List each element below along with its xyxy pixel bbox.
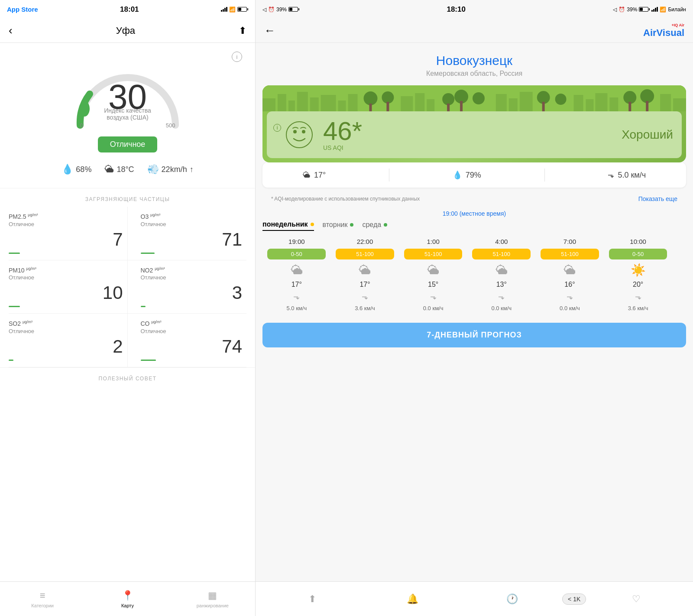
wednesday-label: среда xyxy=(362,221,381,229)
aqi-card-center: 46* US AQI xyxy=(323,118,613,151)
status-left-right: ◁ ⏰ 39% xyxy=(262,6,299,13)
svg-rect-29 xyxy=(586,99,593,111)
monday-label: понедельник xyxy=(262,220,308,228)
gauge-min: 0 xyxy=(80,122,83,129)
map-icon: 📍 xyxy=(122,590,133,601)
wind-4: 0.0 км/ч xyxy=(560,305,580,311)
city-name-right: Новокузнецк xyxy=(264,53,684,68)
forecast-col-2: 1:00 51-100 🌥 15° ⬎ 0.0 км/ч xyxy=(399,235,467,314)
weather-icon-5: ☀️ xyxy=(631,263,646,277)
show-more-button[interactable]: Показать еще xyxy=(638,195,677,202)
humidity-right: 💧 79% xyxy=(453,170,481,180)
svg-rect-26 xyxy=(542,102,545,111)
forecast-scroll: 19:00 0-50 🌥 17° ⬎ 5.0 км/ч 22:00 51-100… xyxy=(256,235,693,314)
forecast-table: 19:00 0-50 🌥 17° ⬎ 5.0 км/ч 22:00 51-100… xyxy=(262,235,686,314)
tab-ranking[interactable]: ▦ ранжирование xyxy=(170,590,255,608)
battery-pct2: 39% xyxy=(627,6,637,13)
rank-badge[interactable]: < 1K xyxy=(562,593,586,605)
aqi-badge-4: 51-100 xyxy=(541,249,599,259)
back-button-right[interactable]: ← xyxy=(264,24,275,37)
svg-rect-15 xyxy=(415,93,424,111)
tab-categories[interactable]: ≡ Категории xyxy=(0,590,85,608)
svg-rect-2 xyxy=(262,98,275,111)
cloud-icon: 🌥 xyxy=(104,164,114,175)
tab-history[interactable]: 🕐 xyxy=(462,593,562,605)
temp-4: 16° xyxy=(564,281,575,289)
battery-icon xyxy=(237,7,248,12)
wind-direction-icon: ↑ xyxy=(190,165,194,174)
iq-air-top: +IQ Air xyxy=(672,23,684,27)
pm10-quality: Отличное xyxy=(9,274,123,281)
svg-rect-8 xyxy=(338,101,346,111)
map-label: Карту xyxy=(121,603,134,608)
wind-icon: 💨 xyxy=(147,164,159,175)
so2-name: SO2 μg/m³ xyxy=(9,320,123,327)
app-store-label: App Store xyxy=(7,6,38,13)
status-bar-left: App Store 18:01 📶 xyxy=(0,0,255,19)
svg-rect-16 xyxy=(427,99,434,111)
tuesday-label: вторник xyxy=(323,221,348,229)
time-4: 7:00 xyxy=(563,238,576,245)
tab-share-right[interactable]: ⬆ xyxy=(262,593,363,605)
forecast-col-3: 4:00 51-100 🌥 13° ⬎ 0.0 км/ч xyxy=(467,235,536,314)
tab-tuesday[interactable]: вторник xyxy=(323,220,354,231)
status-right-right: ◁ ⏰ 39% 📶 Билайн xyxy=(613,6,686,13)
share-button[interactable]: ⬆ xyxy=(239,25,246,36)
temp-0: 17° xyxy=(291,281,302,289)
face-icon xyxy=(284,120,314,150)
humidity-value: 68% xyxy=(76,165,91,174)
svg-rect-31 xyxy=(609,97,618,111)
svg-rect-30 xyxy=(595,93,607,111)
temp-item: 🌥 18°C xyxy=(104,164,134,175)
svg-point-0 xyxy=(79,101,90,117)
o3-bar xyxy=(141,253,155,254)
tab-monday[interactable]: понедельник xyxy=(262,220,314,231)
tab-favorite[interactable]: ♡ xyxy=(586,593,686,605)
useful-tip-title: ПОЛЕЗНЫЙ СОВЕТ xyxy=(0,367,255,389)
tab-wednesday[interactable]: среда xyxy=(362,220,387,231)
svg-rect-9 xyxy=(348,94,358,111)
back-button-left[interactable]: ‹ xyxy=(9,24,13,37)
carrier-right: Билайн xyxy=(668,6,686,13)
svg-rect-4 xyxy=(288,101,295,111)
svg-rect-23 xyxy=(509,98,518,111)
svg-point-21 xyxy=(473,92,485,104)
left-content: i 30 Индекс качества воздуха (США) 0 500 xyxy=(0,43,255,581)
temp-1: 17° xyxy=(359,281,370,289)
co-quality: Отличное xyxy=(141,328,243,334)
wind-icon-1: ⬎ xyxy=(362,292,368,302)
forecast-col-0: 19:00 0-50 🌥 17° ⬎ 5.0 км/ч xyxy=(262,235,331,314)
forecast-col-5: 10:00 0-50 ☀️ 20° ⬎ 3.6 км/ч xyxy=(604,235,672,314)
cloud-icon-right: 🌥 xyxy=(303,171,311,180)
nav-bar-left: ‹ Уфа ⬆ xyxy=(0,19,255,43)
o3-value: 71 xyxy=(222,229,242,250)
iqair-logo: +IQ Air AirVisual xyxy=(643,23,684,39)
seven-day-button[interactable]: 7-ДНЕВНЫЙ ПРОГНОЗ xyxy=(262,323,686,347)
pm10-name: PM10 μg/m³ xyxy=(9,266,123,274)
wind-icon-5: ⬎ xyxy=(635,292,641,302)
pm25-value: 7 xyxy=(113,229,123,250)
pm25-name: PM2.5 μg/m³ xyxy=(9,213,123,220)
temp-right-value: 17° xyxy=(314,171,326,180)
tab-map[interactable]: 📍 Карту xyxy=(85,590,170,608)
bell-icon: 🔔 xyxy=(407,593,418,605)
co-name: CO μg/m³ xyxy=(141,320,243,327)
aqi-badge-0: 0-50 xyxy=(267,249,326,259)
tab-bell[interactable]: 🔔 xyxy=(363,593,463,605)
wind-icon-right: ⬎ xyxy=(608,170,614,180)
alarm-icon2: ⏰ xyxy=(619,6,625,13)
so2-bar xyxy=(9,360,13,361)
o3-name: O3 μg/m³ xyxy=(141,213,243,220)
location-icon2: ◁ xyxy=(613,6,617,13)
svg-rect-11 xyxy=(369,104,372,111)
forecast-col-4: 7:00 51-100 🌥 16° ⬎ 0.0 км/ч xyxy=(536,235,604,314)
svg-rect-28 xyxy=(574,95,583,111)
pollutant-so2: SO2 μg/m³ Отличное 2 xyxy=(9,314,128,367)
right-content: Новокузнецк Кемеровская область, Россия xyxy=(256,43,693,581)
nav-bar-right: ← +IQ Air AirVisual xyxy=(256,19,693,43)
wind-icon-0: ⬎ xyxy=(293,292,300,302)
signal-bars xyxy=(221,7,227,12)
co-bar xyxy=(141,360,156,361)
info-icon[interactable]: i xyxy=(232,52,242,62)
aqi-badge-3: 51-100 xyxy=(472,249,531,259)
